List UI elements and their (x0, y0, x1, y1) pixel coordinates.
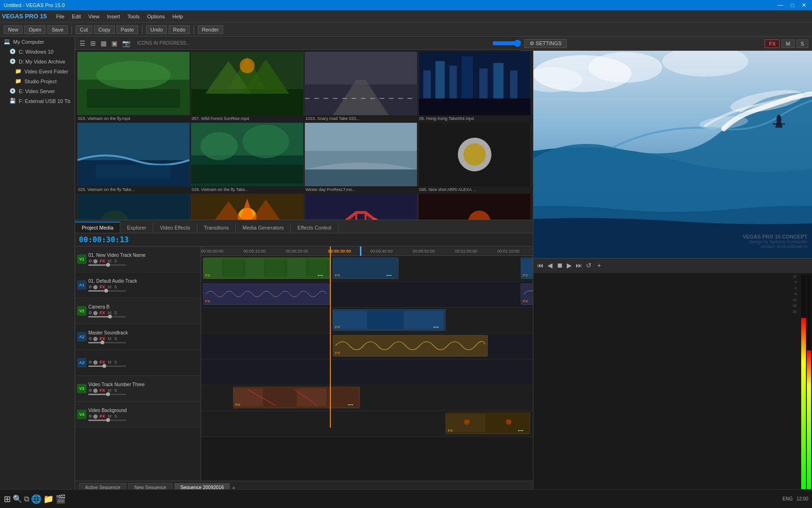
menu-help[interactable]: Help (169, 12, 187, 21)
close-button[interactable]: ✕ (800, 2, 808, 8)
photo-view-icon[interactable]: 📷 (121, 39, 132, 48)
track-record-a3[interactable]: ⬤ (93, 360, 98, 365)
track-settings-a2[interactable]: ⚙ (88, 336, 92, 341)
track-settings-v2[interactable]: ⚙ (88, 310, 92, 315)
track-m-a1[interactable]: M (107, 285, 113, 289)
clip-a1-1[interactable]: FX (203, 283, 330, 305)
volume-handle-v3[interactable] (106, 392, 110, 396)
volume-handle-a2[interactable] (101, 341, 104, 344)
chrome-icon[interactable]: 🌐 (31, 494, 41, 504)
preview-play-btn[interactable]: ▶ (566, 261, 573, 270)
media-item-snow[interactable]: Winter day ProResLT.mo... (304, 123, 417, 193)
track-s-a3[interactable]: S (113, 360, 118, 365)
track-record-v4[interactable]: ⬤ (93, 414, 98, 419)
preview-stop-btn[interactable]: ⏹ (555, 261, 564, 270)
media-item-vietnam[interactable]: 023. Vietnam on the fly.mp4 (77, 52, 190, 122)
thumb-view-icon[interactable]: ▣ (110, 39, 119, 48)
volume-handle-a3[interactable] (102, 364, 106, 368)
timeline-scroll-area[interactable]: 00:00:00:00 00:00:10:00 00:00:20:00 00:0… (201, 246, 533, 481)
media-item-road[interactable]: 1023. Scary road Take 033... (304, 52, 417, 122)
clip-v2-1[interactable]: FX ⟷ (333, 309, 445, 331)
preview-loop-btn[interactable]: ↺ (585, 261, 593, 270)
track-settings-v3[interactable]: ⚙ (88, 388, 92, 393)
tab-video-effects[interactable]: Video Effects (153, 222, 197, 233)
track-record-v1[interactable]: ⬤ (93, 259, 98, 263)
undo-button[interactable]: Undo (146, 25, 167, 34)
tab-effects-control[interactable]: Effects Control (291, 222, 338, 233)
media-item-forest[interactable]: 057. Wild Forest SunRise.mp4 (191, 52, 304, 122)
track-fx-v3[interactable]: FX (99, 388, 106, 393)
menu-view[interactable]: View (85, 12, 103, 21)
track-s-a1[interactable]: S (113, 285, 118, 289)
detail-view-icon[interactable]: ▦ (99, 39, 108, 48)
track-s-v2[interactable]: S (113, 310, 118, 315)
task-view-button[interactable]: ⧉ (24, 495, 29, 503)
tab-project-media[interactable]: Project Media (75, 222, 120, 233)
media-item-hongkong[interactable]: 05. Hong Kong Take004.mp4 (418, 52, 531, 122)
track-record-v2[interactable]: ⬤ (93, 310, 98, 315)
sidebar-studio[interactable]: 📁 Studio Project (0, 76, 75, 86)
media-item-sunrise[interactable]: 045. Forest Sunrise 05698.mov (191, 194, 304, 220)
tab-explorer[interactable]: Explorer (120, 222, 153, 233)
sidebar-usb[interactable]: 💾 F: External USB 10 Tb (0, 96, 75, 106)
menu-options[interactable]: Options (143, 12, 169, 21)
paste-button[interactable]: Paste (117, 25, 138, 34)
search-taskbar[interactable]: 🔍 (13, 494, 22, 503)
settings-button[interactable]: ⚙ SETTINGS (524, 39, 567, 48)
sidebar-video-event[interactable]: 📁 Video Event Folder (0, 66, 75, 76)
menu-edit[interactable]: Edit (68, 12, 85, 21)
sidebar-my-computer[interactable]: 💻 My Computer (0, 37, 75, 47)
track-fx-v4[interactable]: FX (99, 414, 106, 419)
new-button[interactable]: New (4, 25, 23, 34)
volume-handle-v1[interactable] (106, 263, 110, 267)
track-fx-v1[interactable]: FX (99, 259, 106, 263)
media-item-coastal[interactable]: 025. Vietnam on the fly Take... (77, 123, 190, 193)
save-button[interactable]: Save (47, 25, 68, 34)
sidebar-video-archive[interactable]: 💿 D: My Video Archive (0, 56, 75, 66)
preview-rewind-btn[interactable]: ⏮ (536, 261, 545, 270)
vegas-taskbar-icon[interactable]: 🎬 (55, 494, 66, 504)
clip-v1-3[interactable]: FX ⟷ (521, 257, 533, 279)
track-s-v4[interactable]: S (113, 414, 118, 419)
media-item-arri[interactable]: 045. Nice shot ARRI ALEXA ... (418, 123, 531, 193)
track-settings-v1[interactable]: ⚙ (88, 259, 92, 263)
track-settings-a3[interactable]: ⚙ (88, 360, 92, 365)
track-fx-a3[interactable]: FX (99, 360, 106, 365)
tab-media-generators[interactable]: Media Generators (236, 222, 291, 233)
tab-transitions[interactable]: Transitions (197, 222, 236, 233)
preview-add-btn[interactable]: + (596, 261, 602, 270)
cut-button[interactable]: Cut (76, 25, 92, 34)
media-item-vietnam2[interactable]: 028. Vietnam on the fly Take... (191, 123, 304, 193)
track-m-a2[interactable]: M (107, 336, 113, 341)
copy-button[interactable]: Copy (94, 25, 115, 34)
media-item-worker[interactable]: Worker Take056.mov (418, 194, 531, 220)
sidebar-windows[interactable]: 💿 C: Windows 10 (0, 47, 75, 56)
media-item-islands[interactable]: 0445. Cloudy Islands.mov (77, 194, 190, 220)
track-record-a1[interactable]: ⬤ (93, 285, 98, 289)
track-settings-v4[interactable]: ⚙ (88, 414, 92, 419)
clip-a2-1[interactable]: FX (333, 335, 488, 357)
file-explorer-icon[interactable]: 📁 (43, 494, 54, 504)
minimize-button[interactable]: — (776, 2, 785, 8)
track-fx-v2[interactable]: FX (99, 310, 106, 315)
redo-button[interactable]: Redo (169, 25, 189, 34)
menu-insert[interactable]: Insert (103, 12, 124, 21)
render-button[interactable]: Render (198, 25, 223, 34)
clip-v4-1[interactable]: FX ⟷ (445, 413, 530, 434)
track-s-v3[interactable]: S (113, 388, 118, 393)
clip-v1-2[interactable]: FX ⟷ (333, 257, 398, 279)
start-button[interactable]: ⊞ (4, 494, 11, 504)
m-button[interactable]: M (781, 40, 794, 48)
track-s-v1[interactable]: S (113, 259, 118, 263)
grid-view-icon[interactable]: ⊞ (89, 39, 97, 48)
volume-handle-a1[interactable] (104, 289, 108, 293)
fx-button[interactable]: FX (765, 40, 780, 48)
volume-handle-v4[interactable] (106, 418, 110, 422)
track-m-a3[interactable]: M (107, 360, 113, 365)
maximize-button[interactable]: □ (789, 2, 796, 8)
track-record-v3[interactable]: ⬤ (93, 388, 98, 393)
clip-v3-1[interactable]: FX ⟷ (233, 387, 360, 408)
media-item-bridge[interactable]: 045. Bridge Dji shot 0067.mp4 (304, 194, 417, 220)
menu-file[interactable]: File (52, 12, 68, 21)
preview-forward-btn[interactable]: ⏭ (575, 261, 583, 270)
